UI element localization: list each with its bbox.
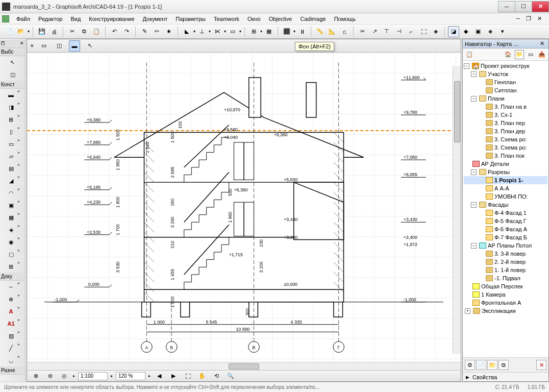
more-button[interactable]: ▾ xyxy=(497,26,508,37)
orbit-icon[interactable]: ⟲ xyxy=(211,371,222,382)
zoom-icon1[interactable]: ⊕ xyxy=(30,371,41,382)
zoom-prev[interactable]: ◀ xyxy=(154,371,165,382)
grid-button[interactable]: ⊞ xyxy=(248,26,259,37)
toolbox-close-icon[interactable]: ✕ xyxy=(20,41,24,46)
nav-btn-settings[interactable]: ⚙ xyxy=(465,360,475,370)
nav-tab-publisher[interactable]: 📤 xyxy=(537,50,546,59)
nav-tab-1[interactable]: 🏠 xyxy=(504,50,513,59)
print-button[interactable]: 🖨 xyxy=(48,26,60,37)
beam-tool[interactable]: ▭ xyxy=(6,138,17,150)
nav-tab-viewmap[interactable]: 📁 xyxy=(515,50,524,59)
paste-button[interactable]: 📋 xyxy=(91,26,102,37)
skylight-tool[interactable]: ▣ xyxy=(6,200,17,211)
maximize-button[interactable]: ☐ xyxy=(515,1,532,12)
nav-tab-layout[interactable]: ▭ xyxy=(526,50,535,59)
slab-tool[interactable]: ▱ xyxy=(6,151,17,162)
shell-tool[interactable]: ◠ xyxy=(6,187,17,199)
mdi-restore[interactable]: ❐ xyxy=(524,15,533,22)
stair-tool[interactable]: ▤ xyxy=(6,163,17,174)
fill-tool[interactable]: ▨ xyxy=(6,330,17,341)
navigator-props[interactable]: ▶ Свойства xyxy=(463,372,548,381)
adjust-button[interactable]: ↗ xyxy=(369,26,380,37)
menu-options[interactable]: Параметры xyxy=(171,15,210,23)
trim1-button[interactable]: ⊤ xyxy=(381,26,392,37)
snap3-button[interactable]: ⋉ xyxy=(212,26,223,37)
trace-button[interactable]: ⎌ xyxy=(339,26,350,37)
snap4-button[interactable]: ▭ xyxy=(227,26,238,37)
window-tool[interactable]: ⊞ xyxy=(6,114,17,125)
snap2-button[interactable]: ⊥ xyxy=(196,26,208,37)
resize-button[interactable]: ⛶ xyxy=(418,26,429,37)
dim-tool[interactable]: ↔ xyxy=(6,281,17,292)
menu-document[interactable]: Документ xyxy=(139,15,172,23)
wall-tool[interactable]: ▬ xyxy=(6,89,17,101)
trace-ref-button[interactable]: ◪ xyxy=(448,26,459,37)
menu-cadimage[interactable]: Cadimage xyxy=(296,15,330,23)
fillet-button[interactable]: ⌐ xyxy=(406,26,417,37)
menu-edit[interactable]: Редактор xyxy=(34,15,66,23)
nav-btn-save[interactable]: 📁 xyxy=(487,360,497,370)
menu-view[interactable]: Вид xyxy=(66,15,85,23)
3d-button[interactable]: ◈ xyxy=(485,26,496,37)
close-button[interactable]: ✕ xyxy=(532,1,549,12)
label-tool[interactable]: A1 xyxy=(6,318,17,329)
vertical-scrollbar[interactable] xyxy=(453,66,461,354)
nav-btn-clone[interactable]: ⧉ xyxy=(498,360,509,370)
menu-window[interactable]: Окно xyxy=(243,15,265,23)
tree-toggle[interactable]: − xyxy=(464,63,469,69)
zoom-extra[interactable]: 🔍 xyxy=(225,371,236,382)
pick-button[interactable]: ✎ xyxy=(139,26,150,37)
cut-button[interactable]: ✂ xyxy=(66,26,78,37)
navigator-tree[interactable]: −🏠Проект реконструк −Участок Генплан Сит… xyxy=(463,61,548,357)
arrow-tool[interactable]: ↖ xyxy=(7,57,18,68)
menu-design[interactable]: Конструирование xyxy=(85,15,138,23)
geometry-opt1[interactable]: ▭ xyxy=(38,40,49,52)
tree-item-selected[interactable]: 1 Розріз 1- xyxy=(464,176,547,184)
marker-button[interactable]: ✏ xyxy=(151,26,162,37)
zoom-input[interactable] xyxy=(116,372,145,380)
geometry-opt3-active[interactable]: ▬ xyxy=(69,40,80,52)
favorites-button[interactable]: ★ xyxy=(163,26,174,37)
door-tool[interactable]: ◨ xyxy=(6,102,17,113)
menu-teamwork[interactable]: Teamwork xyxy=(210,15,243,23)
level-tool[interactable]: ⊕ xyxy=(6,293,17,305)
column-tool[interactable]: ▯ xyxy=(6,126,17,137)
menu-help[interactable]: Помощь xyxy=(330,15,360,23)
text-tool[interactable]: A xyxy=(6,306,17,317)
line-tool[interactable]: ╱ xyxy=(6,342,17,354)
hatch-button[interactable]: ▦ xyxy=(263,26,274,37)
zoom-pan[interactable]: ✋ xyxy=(196,371,208,382)
navigator-close-icon[interactable]: ✕ xyxy=(538,40,546,47)
mdi-close[interactable]: ✕ xyxy=(535,15,544,22)
marquee-tool[interactable]: ◫ xyxy=(7,69,18,80)
geometry-opt2[interactable]: ◫ xyxy=(54,40,65,52)
object-tool[interactable]: ◉ xyxy=(6,236,17,248)
roof-tool[interactable]: ◢ xyxy=(6,175,17,186)
layers-button[interactable]: ◆ xyxy=(460,26,471,37)
curtain-tool[interactable]: ▦ xyxy=(6,212,17,223)
zoom-icon2[interactable]: ⊖ xyxy=(44,371,56,382)
zone-tool[interactable]: ▢ xyxy=(6,249,17,260)
renovation-button[interactable]: ▣ xyxy=(472,26,484,37)
new-button[interactable]: 📄 xyxy=(3,26,14,37)
drawing-canvas[interactable]: +9,380 +7,880 +6,940 +5,185 +4,230 +2,53… xyxy=(27,53,461,362)
redo-button[interactable]: ↷ xyxy=(121,26,132,37)
measure-button[interactable]: 📏 xyxy=(314,26,326,37)
zoom-fit[interactable]: ⛶ xyxy=(182,371,193,382)
split-button[interactable]: ✂ xyxy=(357,26,368,37)
nav-btn-delete[interactable]: ✕ xyxy=(536,360,546,370)
menu-file[interactable]: Файл xyxy=(12,15,34,23)
offset-button[interactable]: ◈ xyxy=(430,26,441,37)
mdi-minimize[interactable]: ─ xyxy=(514,15,522,22)
snap1-button[interactable]: ◣ xyxy=(181,26,192,37)
save-button[interactable]: 💾 xyxy=(36,26,47,37)
lock-button[interactable]: ⬛ xyxy=(281,26,292,37)
nav-tab-project[interactable]: 📋 xyxy=(465,50,474,59)
mesh-tool[interactable]: ⊞ xyxy=(6,261,17,272)
trim2-button[interactable]: ⊣ xyxy=(393,26,405,37)
open-button[interactable]: 📂 xyxy=(15,26,27,37)
arc-tool[interactable]: ◡ xyxy=(6,355,17,366)
morph-tool[interactable]: ◈ xyxy=(6,224,17,235)
copy-button[interactable]: ⧉ xyxy=(79,26,90,37)
nav-btn-new[interactable]: 📄 xyxy=(476,360,486,370)
